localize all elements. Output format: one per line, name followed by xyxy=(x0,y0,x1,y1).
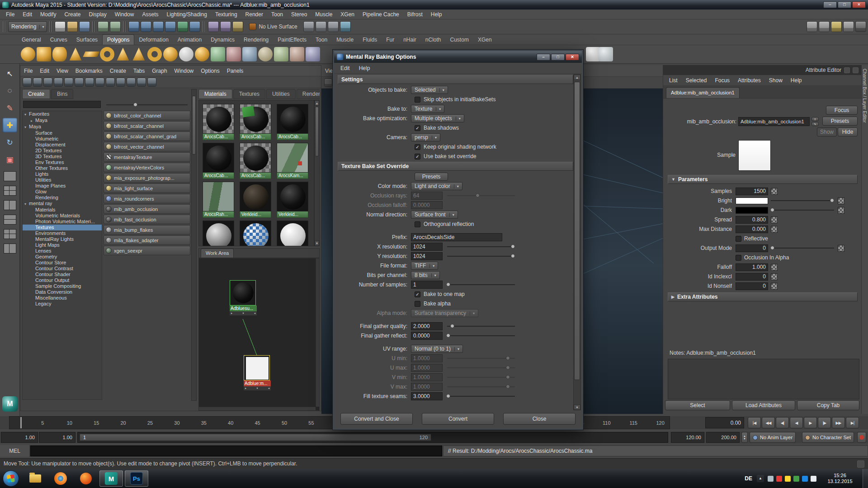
attribute-editor-menu-list[interactable]: List xyxy=(665,75,682,86)
tree-item-photon-volumetric-materi[interactable]: Photon Volumetric Materi... xyxy=(23,219,102,225)
poly-boolean-icon[interactable] xyxy=(226,47,241,61)
material-swatch-arocscab[interactable]: ArocsCab... xyxy=(240,143,271,179)
poly-cube-icon[interactable] xyxy=(37,47,51,61)
node-tab[interactable]: Adblue:mib_amb_occlusion1 xyxy=(666,87,740,98)
hypershade-menu-graph[interactable]: Graph xyxy=(148,66,170,76)
render-current-frame-icon[interactable] xyxy=(303,21,314,32)
tree-item-environments[interactable]: Environments xyxy=(23,230,102,236)
final-gather-reflect-field[interactable]: 0.0000 xyxy=(411,332,443,340)
tree-item-contour-contrast[interactable]: Contour Contrast xyxy=(23,266,102,272)
paint-select-tool[interactable]: ✎ xyxy=(3,101,17,115)
checkbox-orthogonal-reflection[interactable] xyxy=(415,221,420,227)
poly-cylinder-icon[interactable] xyxy=(52,47,67,61)
lasso-select-tool[interactable]: ◌ xyxy=(3,84,17,98)
map-button[interactable] xyxy=(771,226,778,233)
animation-end-field[interactable]: 200.00 xyxy=(706,432,740,443)
tree-item-glow[interactable]: Glow xyxy=(23,189,102,195)
create-node-bifrost-scalar-channel[interactable]: bifrost_scalar_channel xyxy=(104,121,190,131)
undo-icon[interactable] xyxy=(98,21,108,32)
tray-icon[interactable] xyxy=(802,476,808,482)
map-button[interactable] xyxy=(838,245,844,252)
create-node-mia-roundcorners[interactable]: mia_roundcorners xyxy=(104,194,190,203)
create-node-mia-bump-flakes[interactable]: mia_bump_flakes xyxy=(104,225,190,235)
slider-knob[interactable] xyxy=(446,282,450,286)
y-resolution-field[interactable]: 1024 xyxy=(411,252,443,260)
number-of-samples-slider[interactable] xyxy=(447,281,515,288)
current-time-field[interactable]: 0.00 xyxy=(705,417,744,428)
tree-item-contour-output[interactable]: Contour Output xyxy=(23,277,102,283)
tree-item-legacy[interactable]: Legacy xyxy=(23,301,102,307)
show-desktop-button[interactable] xyxy=(863,469,868,488)
checkbox-reflective[interactable] xyxy=(736,236,741,242)
notes-textarea[interactable] xyxy=(668,359,859,399)
anim-layer-dropdown[interactable]: No Anim Layer xyxy=(750,432,796,443)
hypershade-filter-icon[interactable] xyxy=(147,78,156,87)
tray-icon[interactable] xyxy=(785,476,791,482)
hypershade-menu-create[interactable]: Create xyxy=(106,66,130,76)
menu-assets[interactable]: Assets xyxy=(138,9,162,19)
command-input[interactable] xyxy=(30,446,442,456)
hypershade-tab-bins[interactable]: Bins xyxy=(51,89,73,99)
hypershade-add-to-graph-icon[interactable] xyxy=(95,78,104,87)
objects-to-bake-dropdown[interactable]: Selected▾ xyxy=(411,86,448,94)
extra-attributes-section-header[interactable]: ▶Extra Attributes xyxy=(668,292,858,301)
menu-toon[interactable]: Toon xyxy=(267,9,287,19)
material-swatch[interactable] xyxy=(240,221,271,246)
taskbar-firefox-button[interactable] xyxy=(49,470,72,487)
attribute-field-spread[interactable]: 0.800 xyxy=(736,216,768,224)
range-slider[interactable]: 1 120 xyxy=(77,432,668,443)
shelf-tab-rendering[interactable]: Rendering xyxy=(239,35,273,45)
load-attributes-button[interactable]: Load Attributes xyxy=(732,400,795,410)
v-max-slider[interactable] xyxy=(447,383,515,390)
hypershade-back-icon[interactable] xyxy=(23,78,32,87)
hypershade-search-input[interactable] xyxy=(23,101,101,108)
poly-smooth-icon[interactable] xyxy=(258,47,273,61)
map-button[interactable] xyxy=(838,207,844,214)
tree-item-textures[interactable]: Textures xyxy=(23,225,102,230)
create-node-mila-flakes-adapter[interactable]: mila_flakes_adapter xyxy=(104,235,190,245)
swatch-tab-utilities[interactable]: Utilities xyxy=(266,89,296,99)
shelf-tab-nhair[interactable]: nHair xyxy=(399,35,421,45)
snap-to-grid-icon[interactable] xyxy=(128,21,139,32)
go-to-start-button[interactable]: |◀ xyxy=(748,417,761,428)
x-resolution-field[interactable]: 1024 xyxy=(411,243,443,251)
tree-item-rendering[interactable]: Rendering xyxy=(23,195,102,201)
menu-xgen[interactable]: XGen xyxy=(336,9,359,19)
copy-tab-icon[interactable] xyxy=(844,67,850,73)
poly-soccer-ball-icon[interactable] xyxy=(179,47,193,61)
lighting-toggle-icon[interactable] xyxy=(831,21,842,32)
material-swatch-arocskam[interactable]: ArocsKam... xyxy=(277,143,308,179)
hypershade-create-render-node-icon[interactable] xyxy=(127,78,136,87)
maximize-button[interactable]: □ xyxy=(838,1,851,8)
auto-keyframe-toggle[interactable] xyxy=(857,432,866,443)
minimize-button[interactable]: – xyxy=(823,1,837,8)
poly-torus-icon[interactable] xyxy=(100,47,114,61)
dialog-close-button[interactable]: ✕ xyxy=(566,54,579,61)
poly-combine-icon[interactable] xyxy=(211,47,225,61)
material-swatch-arocsrah[interactable]: ArocsRah... xyxy=(203,182,234,218)
checkbox-use-bake-set-override[interactable]: ✓ xyxy=(415,154,420,160)
convert-button[interactable]: Convert xyxy=(422,413,494,425)
material-swatch-arocscab[interactable]: ArocsCab... xyxy=(203,143,234,179)
map-button[interactable] xyxy=(771,188,778,195)
tray-icon[interactable] xyxy=(811,476,816,482)
file-format-dropdown[interactable]: TIFF▾ xyxy=(411,262,438,270)
slider-knob[interactable] xyxy=(506,366,510,370)
scroll-up-arrow[interactable]: ▲ xyxy=(574,75,580,80)
poly-pipe-icon[interactable] xyxy=(147,47,162,61)
create-node-bifrost-vector-channel[interactable]: bifrost_vector_channel xyxy=(104,142,190,151)
menu-edit[interactable]: Edit xyxy=(19,9,36,19)
shelf-tab-animation[interactable]: Animation xyxy=(173,35,206,45)
map-button[interactable] xyxy=(771,264,778,271)
create-node-mentalrayvertexcolors[interactable]: mentalrayVertexColors xyxy=(104,163,190,172)
material-swatch-verkleid[interactable]: Verkleid... xyxy=(240,182,271,218)
layout-single-pane-button[interactable] xyxy=(4,171,16,181)
u-min-field[interactable]: 1.0000 xyxy=(411,354,443,362)
taskbar-windows-explorer-button[interactable] xyxy=(24,470,47,487)
textured-toggle-icon[interactable] xyxy=(843,21,854,32)
color-swatch-dark[interactable] xyxy=(736,207,768,214)
hypershade-menu-panels[interactable]: Panels xyxy=(223,66,247,76)
tree-expander-icon[interactable]: ▾ xyxy=(24,201,29,207)
tree-item-data-conversion[interactable]: Data Conversion xyxy=(23,289,102,295)
color-swatch-bright[interactable] xyxy=(736,197,768,204)
